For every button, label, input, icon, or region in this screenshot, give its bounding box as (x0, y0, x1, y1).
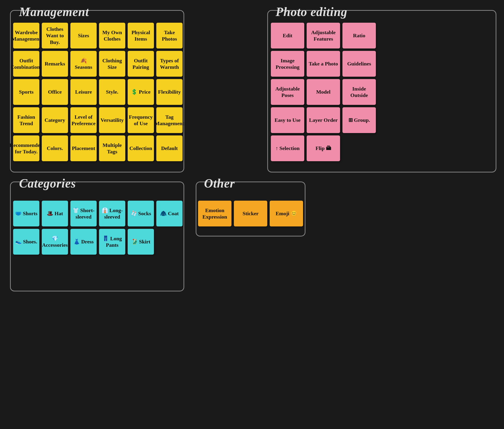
sticky-11[interactable]: ⊞ Group. (342, 107, 376, 133)
sticky-2[interactable]: Ratio (342, 23, 376, 48)
sticky-4[interactable]: Take a Photo (307, 51, 340, 77)
sticky-8[interactable]: 🍂 Seasons (70, 51, 97, 77)
sticky-6[interactable]: 👟 Shoes. (13, 229, 39, 255)
categories-grid: 🩲 Shorts🎩 Hat👕 Short-sleeved👔 Long-sleev… (13, 201, 182, 255)
sticky-5[interactable]: Take Photos (156, 23, 182, 48)
sticky-7[interactable]: Model (307, 79, 340, 105)
sticky-6[interactable]: Adjustable Poses (271, 79, 304, 105)
sticky-21[interactable]: Versatility (99, 107, 125, 133)
management-title: Management (19, 5, 89, 19)
photo-editing-grid: EditAdjustable FeaturesRatioImage Proces… (271, 23, 376, 161)
categories-title: Categories (19, 176, 76, 190)
sticky-4[interactable]: Physical Items (128, 23, 154, 48)
sticky-1[interactable]: Sticker (234, 201, 267, 226)
sticky-18[interactable]: Fashion Trend (13, 107, 39, 133)
sticky-9[interactable]: Easy to Use (271, 107, 304, 133)
sticky-28[interactable]: Collection (128, 135, 154, 161)
sticky-11[interactable]: Types of Warmth (156, 51, 182, 77)
sticky-27[interactable]: Multiple Tags (99, 135, 125, 161)
sticky-10[interactable]: Layer Order (307, 107, 340, 133)
sticky-9[interactable]: Clothing Size (99, 51, 125, 77)
sticky-5[interactable]: 🧥 Coat (156, 201, 182, 226)
sticky-1[interactable]: Clothes Want to Buy. (42, 23, 68, 48)
sticky-9[interactable]: 👖 Long Pants (99, 229, 125, 255)
sticky-15[interactable]: Style. (99, 79, 125, 105)
sticky-10[interactable]: Outfit Pairing (128, 51, 154, 77)
sticky-0[interactable]: 🩲 Shorts (13, 201, 39, 226)
sticky-3[interactable]: My Own Clothes (99, 23, 125, 48)
sticky-23[interactable]: Tag Management (156, 107, 182, 133)
sticky-12[interactable]: ↑ Selection (271, 135, 304, 161)
sticky-0[interactable]: Emotion Expression (198, 201, 232, 226)
other-grid: Emotion ExpressionStickerEmoji 😊 (198, 201, 303, 226)
sticky-22[interactable]: Frequency of Use (128, 107, 154, 133)
sticky-3[interactable]: Image Processing (271, 51, 304, 77)
sticky-7[interactable]: 💎 Accessories (42, 229, 68, 255)
sticky-17[interactable]: Flexibility (156, 79, 182, 105)
sticky-3[interactable]: 👔 Long-sleeved (99, 201, 125, 226)
sticky-7[interactable]: Remarks (42, 51, 68, 77)
photo-editing-title: Photo editing (276, 5, 347, 19)
sticky-4[interactable]: 🧦 Socks (128, 201, 154, 226)
sticky-25[interactable]: Colors. (42, 135, 68, 161)
sticky-26[interactable]: Placement (70, 135, 97, 161)
sticky-20[interactable]: Level of Preference (70, 107, 97, 133)
sticky-0[interactable]: Wardrobe Management (13, 23, 39, 48)
sticky-14[interactable]: Leisure (70, 79, 97, 105)
sticky-2[interactable]: 👕 Short-sleeved (70, 201, 97, 226)
management-grid: Wardrobe ManagementClothes Want to Buy.S… (13, 23, 182, 161)
sticky-5[interactable]: Guidelines (342, 51, 376, 77)
sticky-1[interactable]: 🎩 Hat (42, 201, 68, 226)
sticky-13[interactable]: Office (42, 79, 68, 105)
sticky-19[interactable]: Category (42, 107, 68, 133)
sticky-0[interactable]: Edit (271, 23, 304, 48)
sticky-1[interactable]: Adjustable Features (307, 23, 340, 48)
sticky-8[interactable]: 👗 Dress (70, 229, 97, 255)
sticky-12[interactable]: Sports (13, 79, 39, 105)
sticky-2[interactable]: Emoji 😊 (270, 201, 303, 226)
sticky-8[interactable]: Inside Outside (342, 79, 376, 105)
sticky-10[interactable]: 🥻 Skirt (128, 229, 154, 255)
sticky-24[interactable]: Recommended for Today. (13, 135, 39, 161)
sticky-2[interactable]: Sizes (70, 23, 97, 48)
sticky-29[interactable]: Default (156, 135, 182, 161)
sticky-6[interactable]: Outfit Combinations (13, 51, 39, 77)
sticky-16[interactable]: 💲 Price (128, 79, 154, 105)
sticky-13[interactable]: Flip 🏔 (307, 135, 340, 161)
other-title: Other (204, 176, 235, 190)
